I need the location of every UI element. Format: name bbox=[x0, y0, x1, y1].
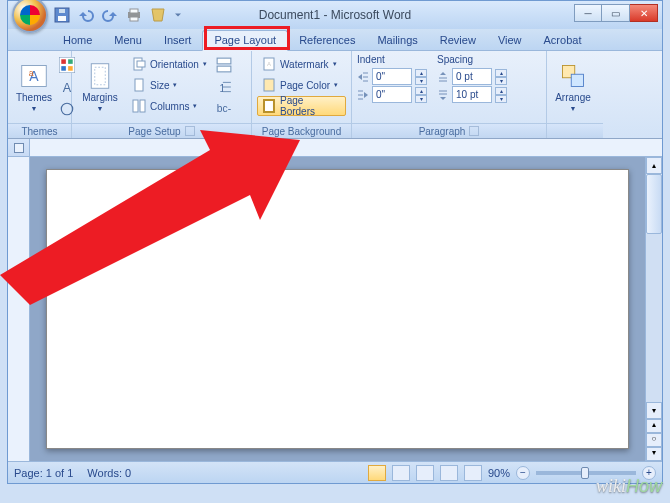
view-full-screen[interactable] bbox=[392, 465, 410, 481]
indent-right-spinner[interactable]: ▴▾ bbox=[415, 87, 427, 103]
themes-icon: Aa bbox=[20, 62, 48, 90]
tab-view[interactable]: View bbox=[487, 31, 533, 50]
print-icon[interactable] bbox=[126, 7, 142, 23]
ruler-corner[interactable] bbox=[8, 139, 30, 156]
svg-rect-33 bbox=[264, 100, 274, 112]
spacing-after-spinner[interactable]: ▴▾ bbox=[495, 87, 507, 103]
tab-mailings[interactable]: Mailings bbox=[366, 31, 428, 50]
group-themes-label: Themes bbox=[8, 123, 71, 138]
view-outline[interactable] bbox=[440, 465, 458, 481]
orientation-button[interactable]: Orientation▾ bbox=[127, 54, 212, 74]
document-page[interactable] bbox=[46, 169, 629, 449]
svg-text:A: A bbox=[267, 61, 271, 67]
view-print-layout[interactable] bbox=[368, 465, 386, 481]
spacing-before-spinner[interactable]: ▴▾ bbox=[495, 69, 507, 85]
scroll-track[interactable] bbox=[646, 234, 662, 402]
browse-buttons: ▴ ○ ▾ bbox=[646, 419, 662, 461]
breaks-icon[interactable] bbox=[216, 57, 232, 73]
svg-rect-5 bbox=[130, 17, 138, 21]
svg-rect-2 bbox=[59, 9, 65, 13]
tab-acrobat[interactable]: Acrobat bbox=[533, 31, 593, 50]
zoom-slider[interactable] bbox=[536, 471, 636, 475]
svg-point-15 bbox=[61, 104, 72, 115]
tab-menu[interactable]: Menu bbox=[103, 31, 153, 50]
status-words[interactable]: Words: 0 bbox=[87, 467, 131, 479]
redo-icon[interactable] bbox=[102, 7, 118, 23]
status-page[interactable]: Page: 1 of 1 bbox=[14, 467, 73, 479]
scroll-down-icon[interactable]: ▾ bbox=[646, 402, 662, 419]
svg-text:a: a bbox=[29, 68, 34, 78]
page-borders-button[interactable]: Page Borders bbox=[257, 96, 346, 116]
indent-left-spinner[interactable]: ▴▾ bbox=[415, 69, 427, 85]
arrange-icon bbox=[559, 62, 587, 90]
spacing-after-field[interactable]: 10 pt bbox=[452, 86, 492, 103]
margins-label: Margins bbox=[82, 92, 118, 103]
tab-references[interactable]: References bbox=[288, 31, 366, 50]
group-page-background: A Watermark▾ Page Color▾ Page Borders Pa… bbox=[252, 51, 352, 138]
minimize-button[interactable]: ─ bbox=[574, 4, 602, 22]
svg-rect-20 bbox=[135, 79, 143, 91]
spacing-before-field[interactable]: 0 pt bbox=[452, 68, 492, 85]
group-arrange: Arrange ▼ bbox=[547, 51, 603, 138]
svg-rect-21 bbox=[133, 100, 138, 112]
zoom-out-button[interactable]: − bbox=[516, 466, 530, 480]
indent-right-field[interactable]: 0" bbox=[372, 86, 412, 103]
arrange-label: Arrange bbox=[555, 92, 591, 103]
view-web-layout[interactable] bbox=[416, 465, 434, 481]
quick-access-toolbar bbox=[54, 7, 182, 23]
indent-right-icon bbox=[357, 89, 369, 101]
indent-left-field[interactable]: 0" bbox=[372, 68, 412, 85]
close-button[interactable]: ✕ bbox=[630, 4, 658, 22]
columns-button[interactable]: Columns▾ bbox=[127, 96, 212, 116]
svg-rect-10 bbox=[61, 59, 66, 64]
spacing-after-row: 10 pt ▴▾ bbox=[437, 86, 507, 103]
tab-review[interactable]: Review bbox=[429, 31, 487, 50]
spacing-before-row: 0 pt ▴▾ bbox=[437, 68, 507, 85]
status-bar: Page: 1 of 1 Words: 0 90% − + bbox=[8, 461, 662, 483]
office-button[interactable] bbox=[12, 0, 48, 33]
paragraph-launcher[interactable] bbox=[469, 126, 479, 136]
wikihow-watermark: wikiHow bbox=[596, 476, 662, 497]
svg-rect-19 bbox=[137, 61, 145, 67]
undo-icon[interactable] bbox=[78, 7, 94, 23]
tab-insert[interactable]: Insert bbox=[153, 31, 203, 50]
line-numbers-icon[interactable]: 1 bbox=[216, 79, 232, 95]
prev-page-icon[interactable]: ▴ bbox=[646, 419, 662, 433]
margins-button[interactable]: Margins ▼ bbox=[77, 54, 123, 120]
spacing-label: Spacing bbox=[437, 54, 507, 65]
scroll-thumb[interactable] bbox=[646, 174, 662, 234]
qat-dropdown-icon[interactable] bbox=[174, 7, 182, 23]
window-title: Document1 - Microsoft Word bbox=[259, 8, 412, 22]
spacing-after-icon bbox=[437, 89, 449, 101]
group-paragraph: Indent 0" ▴▾ 0" ▴▾ Spacing bbox=[352, 51, 547, 138]
hyphenation-icon[interactable]: bc- bbox=[216, 101, 232, 117]
zoom-level[interactable]: 90% bbox=[488, 467, 510, 479]
svg-rect-24 bbox=[217, 66, 231, 72]
browse-object-icon[interactable]: ○ bbox=[646, 433, 662, 447]
arrange-button[interactable]: Arrange ▼ bbox=[552, 54, 594, 120]
svg-rect-1 bbox=[58, 16, 66, 21]
vertical-ruler[interactable] bbox=[8, 157, 30, 461]
size-button[interactable]: Size▾ bbox=[127, 75, 212, 95]
scroll-up-icon[interactable]: ▴ bbox=[646, 157, 662, 174]
view-draft[interactable] bbox=[464, 465, 482, 481]
maximize-button[interactable]: ▭ bbox=[602, 4, 630, 22]
vertical-scrollbar[interactable]: ▴ ▾ ▴ ○ ▾ bbox=[645, 157, 662, 461]
tab-home[interactable]: Home bbox=[52, 31, 103, 50]
qat-item-icon[interactable] bbox=[150, 7, 166, 23]
page-setup-launcher[interactable] bbox=[185, 126, 195, 136]
watermark-button[interactable]: A Watermark▾ bbox=[257, 54, 346, 74]
page-color-button[interactable]: Page Color▾ bbox=[257, 75, 346, 95]
indent-left-icon bbox=[357, 71, 369, 83]
window-controls: ─ ▭ ✕ bbox=[574, 4, 658, 22]
svg-rect-22 bbox=[140, 100, 145, 112]
svg-rect-12 bbox=[61, 66, 66, 71]
horizontal-ruler[interactable] bbox=[30, 139, 662, 156]
page-borders-icon bbox=[262, 99, 276, 113]
themes-button[interactable]: Aa Themes ▼ bbox=[13, 54, 55, 120]
svg-rect-4 bbox=[130, 9, 138, 13]
next-page-icon[interactable]: ▾ bbox=[646, 447, 662, 461]
group-arrange-label bbox=[547, 123, 603, 138]
ribbon-tabs: Home Menu Insert Page Layout References … bbox=[8, 29, 662, 51]
save-icon[interactable] bbox=[54, 7, 70, 23]
